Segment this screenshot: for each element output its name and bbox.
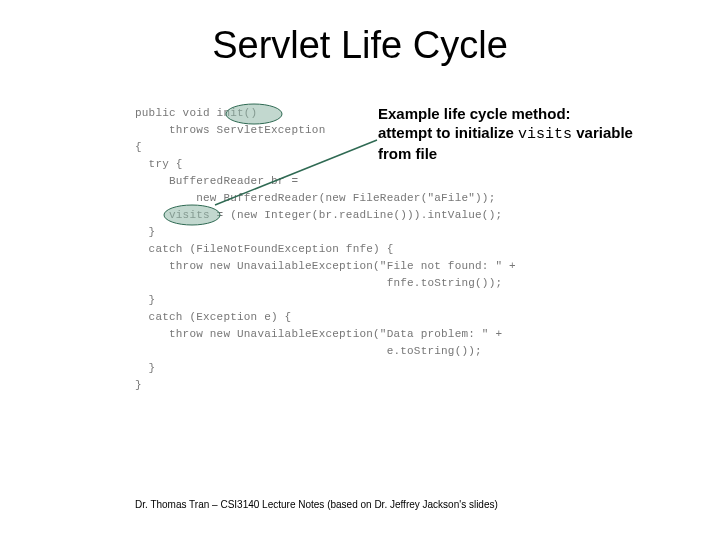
callout-line2c: variable <box>572 124 633 141</box>
callout-box: Example life cycle method: attempt to in… <box>378 105 698 163</box>
page-title: Servlet Life Cycle <box>0 24 720 67</box>
callout-line2: attempt to initialize visits variable <box>378 124 698 145</box>
callout-line3: from file <box>378 145 698 164</box>
callout-line2a: attempt to initialize <box>378 124 518 141</box>
slide: Servlet Life Cycle public void init() th… <box>0 0 720 540</box>
callout-line1: Example life cycle method: <box>378 105 698 124</box>
callout-code-token: visits <box>518 126 572 143</box>
footer-text: Dr. Thomas Tran – CSI3140 Lecture Notes … <box>135 499 498 510</box>
